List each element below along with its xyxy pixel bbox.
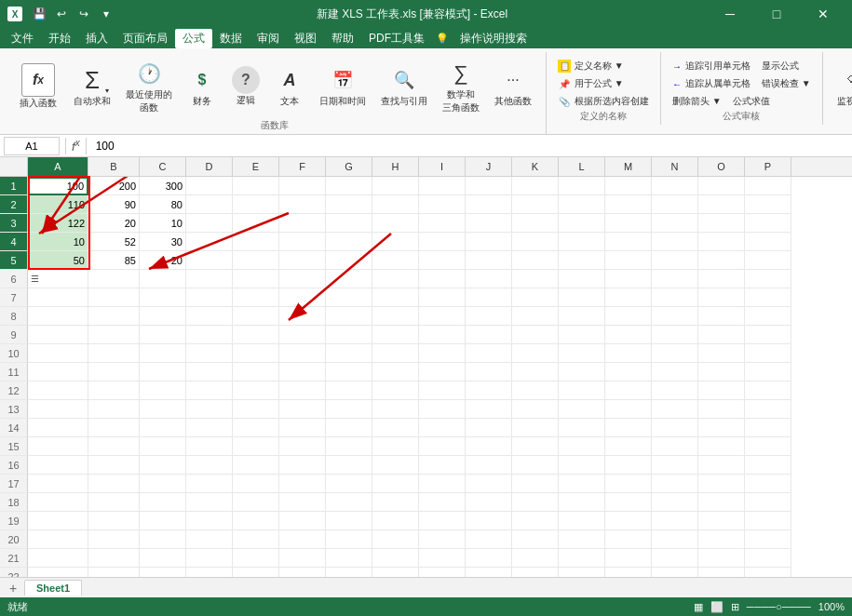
cell-p22[interactable] (745, 568, 791, 577)
cell-h1[interactable] (372, 177, 419, 195)
cell-i19[interactable] (419, 512, 466, 530)
cell-n12[interactable] (652, 382, 698, 400)
cell-g6[interactable] (326, 270, 372, 288)
cell-n1[interactable] (652, 177, 698, 195)
col-header-g[interactable]: G (326, 157, 372, 176)
col-header-l[interactable]: L (559, 157, 605, 176)
cell-c22[interactable] (140, 568, 186, 577)
menu-file[interactable]: 文件 (4, 29, 41, 48)
trace-precedents-button[interactable]: → 追踪引用单元格 (669, 58, 754, 74)
cell-f21[interactable] (279, 549, 326, 568)
cell-h10[interactable] (372, 344, 419, 363)
cell-p3[interactable] (745, 214, 791, 233)
cell-o16[interactable] (698, 456, 745, 475)
cell-n22[interactable] (652, 568, 698, 577)
cell-b18[interactable] (88, 493, 140, 512)
cell-i7[interactable] (419, 288, 466, 307)
cell-m5[interactable] (605, 251, 652, 270)
cell-i3[interactable] (419, 214, 466, 233)
cell-a3[interactable]: 122 (28, 214, 88, 233)
cell-o11[interactable] (698, 363, 745, 382)
cell-n19[interactable] (652, 512, 698, 530)
menu-search[interactable]: 操作说明搜索 (453, 29, 534, 48)
cell-c11[interactable] (140, 363, 186, 382)
menu-insert[interactable]: 插入 (78, 29, 115, 48)
cell-d19[interactable] (186, 512, 233, 530)
cell-f18[interactable] (279, 493, 326, 512)
cell-b5[interactable]: 85 (88, 251, 140, 270)
cell-c5[interactable]: 20 (140, 251, 186, 270)
cell-o4[interactable] (698, 233, 745, 251)
cell-d2[interactable] (186, 195, 233, 214)
cell-j10[interactable] (466, 344, 512, 363)
cell-h17[interactable] (372, 475, 419, 493)
cell-g14[interactable] (326, 419, 372, 437)
cell-h11[interactable] (372, 363, 419, 382)
cell-k8[interactable] (512, 307, 559, 326)
cell-f11[interactable] (279, 363, 326, 382)
cell-m7[interactable] (605, 288, 652, 307)
row-num-21[interactable]: 21 (0, 549, 28, 568)
cell-p6[interactable] (745, 270, 791, 288)
cell-h16[interactable] (372, 456, 419, 475)
save-button[interactable]: 💾 (30, 5, 48, 23)
col-header-n[interactable]: N (652, 157, 698, 176)
cell-b1[interactable]: 200 (88, 177, 140, 195)
cell-l17[interactable] (559, 475, 605, 493)
col-header-k[interactable]: K (512, 157, 559, 176)
cell-g7[interactable] (326, 288, 372, 307)
cell-d1[interactable] (186, 177, 233, 195)
cell-l8[interactable] (559, 307, 605, 326)
cell-f14[interactable] (279, 419, 326, 437)
cell-m4[interactable] (605, 233, 652, 251)
cell-k7[interactable] (512, 288, 559, 307)
cell-l18[interactable] (559, 493, 605, 512)
cell-f6[interactable] (279, 270, 326, 288)
cell-e12[interactable] (233, 382, 279, 400)
show-formulas-button[interactable]: 显示公式 (758, 58, 803, 74)
cell-h7[interactable] (372, 288, 419, 307)
cell-h21[interactable] (372, 549, 419, 568)
cell-l21[interactable] (559, 549, 605, 568)
cell-o2[interactable] (698, 195, 745, 214)
insert-function-button[interactable]: fx 插入函数 (11, 59, 65, 114)
cell-m2[interactable] (605, 195, 652, 214)
cell-c18[interactable] (140, 493, 186, 512)
row-num-13[interactable]: 13 (0, 400, 28, 419)
cell-f16[interactable] (279, 456, 326, 475)
cell-g4[interactable] (326, 233, 372, 251)
cell-b12[interactable] (88, 382, 140, 400)
cell-j6[interactable] (466, 270, 512, 288)
cell-b8[interactable] (88, 307, 140, 326)
cell-i10[interactable] (419, 344, 466, 363)
cell-o22[interactable] (698, 568, 745, 577)
cell-g5[interactable] (326, 251, 372, 270)
cell-p10[interactable] (745, 344, 791, 363)
cell-d6[interactable] (186, 270, 233, 288)
cell-g1[interactable] (326, 177, 372, 195)
cell-n20[interactable] (652, 530, 698, 549)
cell-l3[interactable] (559, 214, 605, 233)
cell-o3[interactable] (698, 214, 745, 233)
cell-h13[interactable] (372, 400, 419, 419)
cell-n21[interactable] (652, 549, 698, 568)
row-num-10[interactable]: 10 (0, 344, 28, 363)
cell-m17[interactable] (605, 475, 652, 493)
cell-l5[interactable] (559, 251, 605, 270)
cell-h2[interactable] (372, 195, 419, 214)
zoom-slider[interactable]: ────○──── (747, 601, 811, 612)
cell-a20[interactable] (28, 530, 88, 549)
cell-e11[interactable] (233, 363, 279, 382)
cell-i4[interactable] (419, 233, 466, 251)
cell-b9[interactable] (88, 326, 140, 344)
row-num-8[interactable]: 8 (0, 307, 28, 326)
math-button[interactable]: ∑ 数学和三角函数 (436, 54, 486, 119)
cell-d9[interactable] (186, 326, 233, 344)
cell-j17[interactable] (466, 475, 512, 493)
cell-i1[interactable] (419, 177, 466, 195)
cell-e1[interactable] (233, 177, 279, 195)
cell-l2[interactable] (559, 195, 605, 214)
cell-i22[interactable] (419, 568, 466, 577)
cell-j22[interactable] (466, 568, 512, 577)
cell-h6[interactable] (372, 270, 419, 288)
